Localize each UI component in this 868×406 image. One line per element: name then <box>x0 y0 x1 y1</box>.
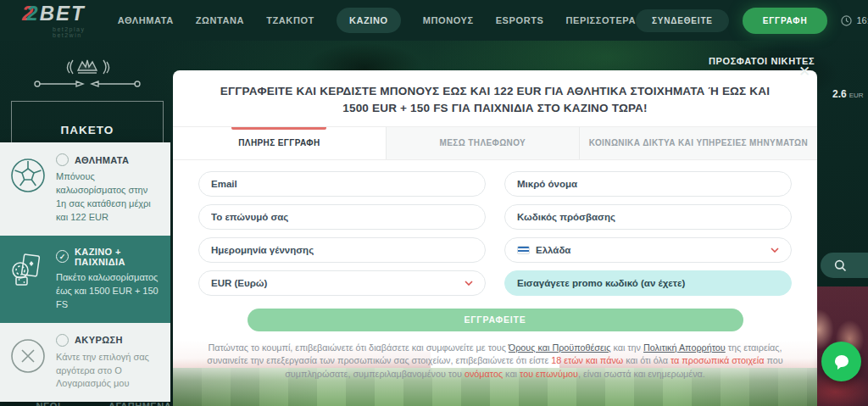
promo-code-field[interactable] <box>517 278 779 288</box>
promo-code-field-wrap <box>504 270 792 296</box>
live-chat-button[interactable] <box>821 342 861 381</box>
radio-checked-icon[interactable]: ✓ <box>56 250 69 263</box>
modal-heading: ΕΓΓΡΑΦΕΙΤΕ ΚΑΙ ΚΕΡΔΙΣΤΕ ΜΠΟΝΟΥΣ ΕΩΣ ΚΑΙ … <box>173 70 817 126</box>
nav-item-esports[interactable]: ESPORTS <box>496 15 544 25</box>
birth-date-field[interactable] <box>211 245 473 255</box>
nav-item-more[interactable]: ΠΕΡΙΣΣΟΤΕΡΑ <box>565 15 636 25</box>
chat-bubble-icon <box>832 352 852 372</box>
nav-item-jackpot[interactable]: ΤΖΑΚΠΟΤ <box>266 15 314 25</box>
page: 22BET bet2play bet2win ΑΘΛΗΜΑΤΑ ΖΩΝΤΑΝΑ … <box>0 0 868 406</box>
option-label: ΚΑΖΙΝΟ + ΠΑΙΧΝΙΔΙΑ <box>75 247 160 267</box>
option-label: ΑΘΛΗΜΑΤΑ <box>75 155 129 165</box>
registration-form: Ελλάδα EUR (Ευρώ) <box>173 160 817 296</box>
option-description: Κάντε την επιλογή σας αργότερα στο Ο Λογ… <box>56 351 160 392</box>
nav-item-casino[interactable]: ΚΑΖΙΝΟ <box>337 8 401 33</box>
nav-item-live[interactable]: ΖΩΝΤΑΝΑ <box>196 15 244 25</box>
crown-laurel-icon <box>32 53 142 92</box>
tab-by-phone[interactable]: ΜΕΣΩ ΤΗΛΕΦΩΝΟΥ <box>386 127 579 159</box>
currency-value: EUR (Ευρώ) <box>211 278 267 288</box>
registration-tabs: ΠΛΗΡΗΣ ΕΓΓΡΑΦΗ ΜΕΣΩ ΤΗΛΕΦΩΝΟΥ ΚΟΙΝΩΝΙΚΑ … <box>173 126 817 160</box>
logo-tagline: bet2play bet2win <box>22 26 86 38</box>
email-field[interactable] <box>211 179 473 189</box>
first-name-field-wrap <box>504 171 792 197</box>
last-name-field[interactable] <box>211 212 473 222</box>
chevron-down-icon <box>771 247 779 253</box>
nav-item-sports[interactable]: ΑΘΛΗΜΑΤΑ <box>118 15 174 25</box>
tab-social-networks[interactable]: ΚΟΙΝΩΝΙΚΑ ΔΙΚΤΥΑ ΚΑΙ ΥΠΗΡΕΣΙΕΣ ΜΗΝΥΜΑΤΩΝ <box>579 127 817 159</box>
option-description: Μπόνους καλωσορίσματος στην 1η σας κατάθ… <box>56 170 160 225</box>
registration-modal: ΕΓΓΡΑΦΕΙΤΕ ΚΑΙ ΚΕΡΔΙΣΤΕ ΜΠΟΝΟΥΣ ΕΩΣ ΚΑΙ … <box>173 70 817 406</box>
bonus-option-casino[interactable]: ✓ ΚΑΖΙΝΟ + ΠΑΙΧΝΙΔΙΑ Πακέτο καλωσορίσματ… <box>0 236 170 323</box>
search-icon <box>834 259 847 272</box>
logo-wordmark: 22BET <box>22 3 86 24</box>
winner-amount: 2.6EUR <box>832 88 864 100</box>
radio-unchecked-icon[interactable] <box>56 153 69 166</box>
currency-select[interactable]: EUR (Ευρώ) <box>198 270 486 296</box>
close-icon[interactable]: ✕ <box>795 63 814 81</box>
login-button[interactable]: ΣΥΝΔΕΘΕΙΤΕ <box>636 9 729 32</box>
option-label: ΑΚΥΡΩΣΗ <box>75 335 123 345</box>
time-value: 16:21 <box>856 15 868 25</box>
chevron-down-icon <box>465 281 473 286</box>
cancel-circle-icon <box>8 334 47 392</box>
search-button[interactable] <box>821 253 868 278</box>
password-field[interactable] <box>517 212 779 222</box>
last-name-field-wrap <box>198 204 486 230</box>
greek-flag-icon <box>517 246 530 254</box>
logo[interactable]: 22BET bet2play bet2win <box>22 3 86 38</box>
register-button[interactable]: ΕΓΓΡΑΦΗ <box>743 8 828 34</box>
tab-full-registration[interactable]: ΠΛΗΡΗΣ ΕΓΓΡΑΦΗ <box>173 127 386 159</box>
casino-chip-cards-icon <box>8 247 47 312</box>
header-right: ΣΥΝΔΕΘΕΙΤΕ ΕΓΓΡΑΦΗ 16:21 ▾ GR ▾ <box>636 8 868 34</box>
option-description: Πακέτο καλωσορίσματος έως και 1500 EUR +… <box>56 271 160 312</box>
football-icon <box>8 153 47 225</box>
password-field-wrap <box>504 204 792 230</box>
email-field-wrap <box>198 171 486 197</box>
time-selector[interactable]: 16:21 ▾ <box>841 15 868 26</box>
bonus-option-cancel[interactable]: ΑΚΥΡΩΣΗ Κάντε την επιλογή σας αργότερα σ… <box>0 323 170 403</box>
bonus-option-cards: ΑΘΛΗΜΑΤΑ Μπόνους καλωσορίσματος στην 1η … <box>0 142 170 402</box>
radio-unchecked-icon[interactable] <box>56 334 69 347</box>
bonus-option-sports[interactable]: ΑΘΛΗΜΑΤΑ Μπόνους καλωσορίσματος στην 1η … <box>0 142 170 236</box>
birth-date-field-wrap <box>198 237 486 263</box>
submit-registration-button[interactable]: ΕΓΓΡΑΦΕΙΤΕ <box>248 309 743 331</box>
first-name-field[interactable] <box>517 179 779 189</box>
country-value: Ελλάδα <box>536 245 570 255</box>
disclaimer: Πατώντας το κουμπί, επιβεβαιώνετε ότι δι… <box>195 342 795 381</box>
clock-icon <box>841 15 852 26</box>
nav-item-bonus[interactable]: ΜΠΟΝΟΥΣ <box>423 15 474 25</box>
header: 22BET bet2play bet2win ΑΘΛΗΜΑΤΑ ΖΩΝΤΑΝΑ … <box>0 0 868 41</box>
country-select[interactable]: Ελλάδα <box>504 237 792 263</box>
main-nav: ΑΘΛΗΜΑΤΑ ΖΩΝΤΑΝΑ ΤΖΑΚΠΟΤ ΚΑΖΙΝΟ ΜΠΟΝΟΥΣ … <box>118 8 636 33</box>
